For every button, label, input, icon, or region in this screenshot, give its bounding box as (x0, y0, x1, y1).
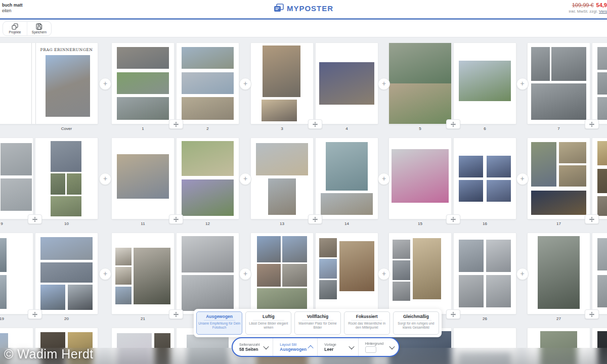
move-icon (32, 311, 38, 317)
page-photo (389, 83, 451, 124)
add-pages-button[interactable]: + (516, 78, 529, 90)
page-photo (486, 240, 511, 272)
page-16[interactable] (454, 138, 516, 219)
spread-drag-handle[interactable] (28, 214, 42, 224)
add-pages-button[interactable]: + (516, 173, 529, 185)
page-21[interactable] (112, 233, 174, 314)
projects-button[interactable]: Projekte (3, 22, 27, 35)
page-19[interactable] (0, 233, 33, 314)
page-18[interactable] (592, 138, 607, 219)
add-pages-button[interactable]: + (516, 268, 529, 280)
page-15[interactable] (389, 138, 451, 219)
setting-label: Layout Stil (280, 342, 307, 347)
layout-option-luftig[interactable]: LuftigLässt Deine Bilder elegant wirken (245, 311, 291, 335)
cover-spine-line (31, 43, 32, 124)
page-11[interactable] (112, 138, 174, 219)
page-photo (597, 47, 607, 70)
myposter-logo[interactable]: MYPOSTER (0, 4, 607, 13)
page-photo (326, 142, 368, 191)
add-pages-button[interactable]: + (99, 78, 111, 90)
page-22[interactable] (177, 233, 239, 314)
page-28[interactable] (592, 233, 607, 314)
add-pages-button[interactable]: + (239, 268, 251, 280)
page-photo (487, 180, 511, 202)
page-3[interactable] (251, 43, 313, 124)
page-25[interactable] (389, 233, 451, 314)
page-photo (40, 237, 93, 260)
page-12[interactable] (177, 138, 239, 219)
page-photo (117, 72, 169, 94)
spread-drag-handle[interactable] (28, 309, 42, 319)
layout-option-subtitle: Rückt das Wesentliche in den Mittelpunkt (344, 322, 389, 330)
page-23[interactable] (251, 233, 313, 314)
layout-option-vollflächig[interactable]: VollflächigMaximaler Platz für Deine Bil… (294, 311, 340, 335)
page-photo (319, 238, 336, 257)
setting-hintergrund[interactable]: Hintergrund (358, 338, 399, 356)
page-photo (0, 238, 7, 272)
spread-drag-handle[interactable] (446, 119, 460, 129)
page-photo (257, 236, 281, 262)
add-pages-button[interactable]: + (378, 268, 390, 280)
layout-option-title: Ausgewogen (206, 314, 233, 319)
page-number-label: 4 (316, 126, 378, 131)
add-pages-button[interactable]: + (99, 268, 111, 280)
page-photo (282, 236, 307, 262)
layout-option-gleichmäßig[interactable]: GleichmäßigSorgt für ein ruhiges und kla… (393, 311, 439, 335)
page-7[interactable] (528, 43, 590, 124)
toolbar-button-group: Projekte Speichern (3, 21, 52, 36)
page-26[interactable] (454, 233, 516, 314)
page-photo (597, 196, 607, 215)
page-6[interactable] (454, 43, 516, 124)
add-pages-button[interactable]: + (378, 78, 390, 90)
setting-vorlage[interactable]: VorlageLeer (317, 338, 358, 356)
page-14[interactable] (316, 138, 378, 219)
cover-spread[interactable]: PRAG ERINNERUNGEN (0, 43, 98, 124)
page-photo (531, 191, 586, 215)
spread-drag-handle[interactable] (169, 119, 183, 129)
page-1[interactable] (112, 43, 174, 124)
page-20[interactable] (35, 233, 98, 314)
page-photo (393, 240, 410, 259)
move-icon (173, 216, 179, 222)
spread-drag-handle[interactable] (446, 309, 460, 319)
move-icon (450, 216, 456, 222)
price-new: 54,9 (596, 2, 607, 8)
spread-drag-handle[interactable] (308, 214, 322, 224)
page-17[interactable] (528, 138, 590, 219)
page-number-label: 1 (112, 126, 174, 131)
layout-option-ausgewogen[interactable]: AusgewogenUnsere Empfehlung für Dein Fot… (196, 311, 242, 335)
page-9[interactable] (0, 138, 33, 219)
page-4[interactable] (316, 43, 378, 124)
add-pages-button[interactable]: + (239, 173, 251, 185)
page-13[interactable] (251, 138, 313, 219)
shipping-link[interactable]: Vers (599, 9, 607, 14)
page-5[interactable] (389, 43, 451, 124)
page-8[interactable] (592, 43, 607, 124)
spread-drag-handle[interactable] (446, 214, 460, 224)
page-24[interactable] (316, 233, 378, 314)
spread-drag-handle[interactable] (585, 309, 599, 319)
divider (302, 320, 333, 321)
spread-drag-handle[interactable] (308, 119, 322, 129)
page-photo (117, 47, 169, 69)
spread-drag-handle[interactable] (585, 214, 599, 224)
page-2[interactable] (177, 43, 239, 124)
move-icon (32, 216, 38, 222)
setting-seitenanzahl[interactable]: Seitenanzahl58 Seiten (233, 338, 273, 356)
page-photo (321, 193, 373, 215)
layout-option-fokussiert[interactable]: FokussiertRückt das Wesentliche in den M… (344, 311, 390, 335)
spread-drag-handle[interactable] (585, 119, 599, 129)
spread-drag-handle[interactable] (169, 214, 183, 224)
page-10[interactable] (35, 138, 98, 219)
page-photo (393, 282, 410, 301)
add-pages-button[interactable]: + (378, 173, 390, 185)
add-pages-button[interactable]: + (239, 78, 251, 90)
save-button[interactable]: Speichern (27, 22, 51, 35)
spread-drag-handle[interactable] (169, 309, 183, 319)
page-27[interactable] (528, 233, 590, 314)
editor-toolbar: Projekte Speichern (0, 20, 607, 37)
add-pages-button[interactable]: + (99, 173, 111, 185)
move-icon (589, 311, 595, 317)
setting-layout-stil[interactable]: Layout StilAusgewogen (273, 338, 317, 356)
page-photo (538, 236, 580, 309)
